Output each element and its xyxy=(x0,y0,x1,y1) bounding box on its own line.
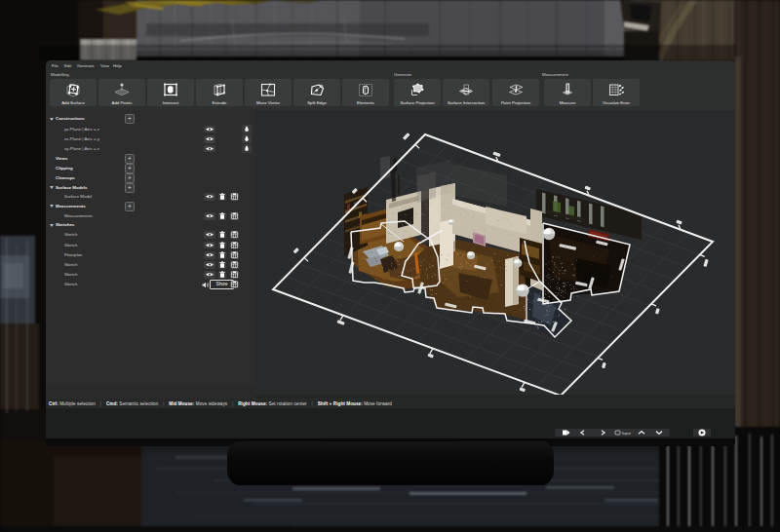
svg-text:Input: Input xyxy=(622,431,632,436)
